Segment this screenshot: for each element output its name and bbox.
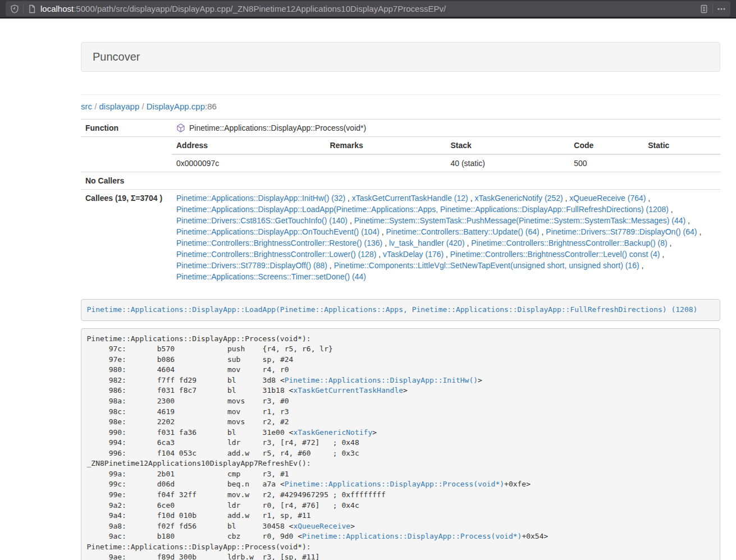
breadcrumb-link[interactable]: src [81, 102, 92, 111]
code-line: 98a: 2300 movs r3, #0 [87, 396, 715, 407]
callee-link[interactable]: Pinetime::Applications::DisplayApp::OnTo… [176, 227, 380, 236]
callee-link[interactable]: Pinetime::Drivers::Cst816S::GetTouchInfo… [176, 216, 348, 225]
url-text: localhost:5000/path/src/displayapp/Displ… [40, 4, 696, 13]
breadcrumb-line-number: :86 [205, 102, 217, 111]
callee-link[interactable]: lv_task_handler (420) [389, 238, 465, 247]
column-remarks: Remarks [326, 137, 446, 154]
function-table: Function Pinetime::Applications::Display… [81, 119, 720, 285]
code-symbol-link[interactable]: Pinetime::Applications::DisplayApp::Proc… [285, 480, 504, 488]
code-line: 980: 4604 mov r4, r0 [87, 365, 715, 375]
callee-link[interactable]: Pinetime::Controllers::BrightnessControl… [176, 250, 376, 259]
code-size-value: 500 [569, 154, 643, 172]
column-address: Address [172, 137, 326, 154]
code-line: 9a8: f02f fd56 bl 30458 <xQueueReceive> [87, 521, 715, 532]
code-line: _ZN8Pinetime12Applications10DisplayApp7R… [87, 458, 715, 469]
highlighted-symbol-box: Pinetime::Applications::DisplayApp::Load… [81, 299, 720, 321]
code-line: 996: f104 053c add.w r5, r4, #60 ; 0x3c [87, 448, 715, 459]
static-value [643, 154, 720, 172]
callees-row: Callees (19, Σ=3704 ) Pinetime::Applicat… [81, 190, 720, 286]
code-line: Pinetime::Applications::DisplayApp::Proc… [87, 334, 715, 345]
no-callers-label: No Callers [81, 172, 172, 190]
callee-link[interactable]: xTaskGenericNotify (252) [474, 194, 563, 203]
highlighted-symbol-link[interactable]: Pinetime::Applications::DisplayApp::Load… [87, 305, 698, 314]
code-line: 99e: f04f 32ff mov.w r2, #4294967295 ; 0… [87, 490, 715, 501]
code-line: 98c: 4619 mov r1, r3 [87, 407, 715, 417]
code-line: 9ae: f89d 300b ldrb.w r3, [sp, #11] [87, 552, 715, 560]
code-symbol-link[interactable]: Pinetime::Applications::DisplayApp::Init… [285, 376, 478, 384]
code-symbol-link[interactable]: xTaskGenericNotify [293, 428, 372, 437]
cube-icon [176, 123, 185, 132]
code-line: 994: 6ca3 ldr r3, [r4, #72] ; 0x48 [87, 438, 715, 448]
function-row: Function Pinetime::Applications::Display… [81, 120, 720, 137]
page-info-icon[interactable] [28, 4, 36, 13]
remarks-value [326, 154, 446, 172]
code-line: 98e: 2202 movs r2, #2 [87, 417, 715, 428]
code-line: 9ac: b180 cbz r0, 9d0 <Pinetime::Applica… [87, 531, 715, 542]
callee-link[interactable]: Pinetime::Applications::DisplayApp::Load… [176, 205, 669, 214]
code-line: 99a: 2b01 cmp r3, #1 [87, 469, 715, 480]
callee-link[interactable]: Pinetime::Controllers::BrightnessControl… [176, 238, 382, 247]
url-host: localhost [40, 4, 74, 13]
callee-link[interactable]: Pinetime::Controllers::BrightnessControl… [450, 250, 660, 259]
code-line: 9a4: f10d 010b add.w r1, sp, #11 [87, 511, 715, 521]
callers-row: No Callers [81, 172, 720, 190]
code-symbol-link[interactable]: xQueueReceive [293, 522, 350, 530]
metrics-values-row: 0x0000097c 40 (static) 500 [172, 154, 720, 172]
function-name: Pinetime::Applications::DisplayApp::Proc… [189, 122, 366, 134]
page-container: Puncover src / displayapp / DisplayApp.c… [81, 42, 720, 560]
reader-mode-icon[interactable] [700, 4, 708, 13]
code-line: 990: f031 fa36 bl 31e00 <xTaskGenericNot… [87, 428, 715, 438]
callees-list: Pinetime::Applications::DisplayApp::Init… [172, 190, 720, 286]
page-actions-menu-icon[interactable] [717, 4, 726, 13]
breadcrumb-link[interactable]: DisplayApp.cpp [147, 102, 205, 111]
code-line: 9a2: 6ce0 ldr r0, [r4, #76] ; 0x4c [87, 501, 715, 511]
code-line: Pinetime::Applications::DisplayApp::Proc… [87, 542, 715, 553]
address-value: 0x0000097c [172, 154, 326, 172]
toolbar-separator [712, 4, 713, 14]
url-path: :5000/path/src/displayapp/DisplayApp.cpp… [74, 4, 446, 13]
divider [81, 94, 720, 95]
code-line: 982: f7ff fd29 bl 3d8 <Pinetime::Applica… [87, 375, 715, 386]
callee-link[interactable]: Pinetime::Controllers::Battery::Update()… [386, 227, 540, 236]
code-symbol-link[interactable]: Pinetime::Applications::DisplayApp::Proc… [302, 532, 522, 540]
code-line: 97e: b086 sub sp, #24 [87, 355, 715, 365]
callee-link[interactable]: Pinetime::Applications::Screens::Timer::… [176, 272, 366, 281]
breadcrumb-link[interactable]: displayapp [99, 102, 140, 111]
breadcrumb: src / displayapp / DisplayApp.cpp:86 [81, 101, 720, 112]
callee-link[interactable]: Pinetime::System::SystemTask::PushMessag… [354, 216, 686, 225]
metrics-row: Address Remarks Stack Code Static 0x0000… [81, 137, 720, 172]
callee-link[interactable]: Pinetime::Drivers::St7789::DisplayOff() … [176, 261, 327, 270]
callee-link[interactable]: Pinetime::Applications::DisplayApp::Init… [176, 194, 345, 203]
breadcrumb-separator: / [139, 102, 147, 111]
function-name-cell: Pinetime::Applications::DisplayApp::Proc… [172, 120, 720, 137]
callee-link[interactable]: Pinetime::Drivers::St7789::DisplayOn() (… [546, 227, 697, 236]
function-label: Function [81, 120, 172, 137]
shield-icon[interactable] [10, 4, 19, 13]
code-symbol-link[interactable]: xTaskGetCurrentTaskHandle [293, 386, 403, 394]
column-code: Code [569, 137, 643, 154]
toolbar-separator [23, 4, 24, 14]
url-bar[interactable]: localhost:5000/path/src/displayapp/Displ… [6, 1, 730, 16]
stack-value: 40 (static) [446, 154, 569, 172]
breadcrumb-separator: / [92, 102, 99, 111]
callee-link[interactable]: xQueueReceive (764) [569, 194, 646, 203]
code-listing: Pinetime::Applications::DisplayApp::Proc… [81, 328, 720, 560]
callee-link[interactable]: vTaskDelay (176) [383, 250, 444, 259]
browser-toolbar: localhost:5000/path/src/displayapp/Displ… [0, 0, 736, 19]
code-line: 99c: d06d beq.n a7a <Pinetime::Applicati… [87, 479, 715, 490]
code-line: 986: f031 f8c7 bl 31b18 <xTaskGetCurrent… [87, 385, 715, 396]
page-title: Puncover [81, 42, 720, 72]
callee-link[interactable]: Pinetime::Controllers::BrightnessControl… [471, 238, 667, 247]
code-line: 97c: b570 push {r4, r5, r6, lr} [87, 344, 715, 355]
callee-link[interactable]: xTaskGetCurrentTaskHandle (12) [352, 194, 468, 203]
column-static: Static [643, 137, 720, 154]
column-stack: Stack [446, 137, 569, 154]
metrics-table: Address Remarks Stack Code Static 0x0000… [172, 137, 720, 172]
callee-link[interactable]: Pinetime::Components::LittleVgl::SetNewT… [334, 261, 639, 270]
callees-label: Callees (19, Σ=3704 ) [81, 190, 172, 286]
